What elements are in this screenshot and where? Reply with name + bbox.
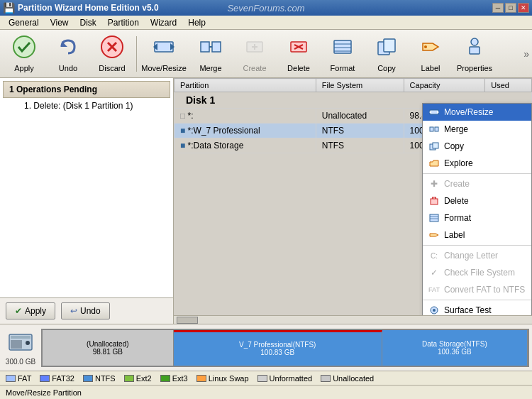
toolbar-more-icon[interactable]: » [523, 48, 529, 60]
menu-bar: General View Disk Partition Wizard Help [0, 16, 532, 30]
toolbar-apply[interactable]: Apply [3, 33, 45, 75]
legend-fat32: FAT32 [40, 374, 74, 383]
partition-fs: NTFS [316, 124, 404, 138]
ctx-delete-icon [428, 195, 440, 207]
legend-fat32-box [40, 375, 50, 382]
apply-button-icon: ✔ [15, 306, 22, 316]
menu-partition[interactable]: Partition [102, 16, 145, 29]
toolbar-merge[interactable]: Merge [189, 33, 232, 75]
legend-ext3-label: Ext3 [172, 374, 188, 383]
left-panel-buttons: ✔ Apply ↩ Undo [0, 297, 173, 324]
ctx-item-change-letter[interactable]: C: Change Letter [423, 247, 531, 264]
window-controls[interactable]: ─ □ ✕ [492, 3, 529, 13]
toolbar-properties[interactable]: Properties [453, 33, 496, 75]
menu-wizard[interactable]: Wizard [145, 16, 182, 29]
discard-toolbar-label: Discard [99, 64, 125, 72]
ctx-label-check-fs: Check File System [444, 268, 515, 278]
legend-unformatted-label: Unformatted [270, 374, 313, 383]
svg-rect-51 [11, 336, 31, 339]
legend-ext2-label: Ext2 [136, 374, 152, 383]
legend-fat: FAT [6, 374, 31, 383]
toolbar-create[interactable]: Create [233, 33, 276, 75]
disk-drive-icon [8, 330, 33, 358]
ctx-label-icon [428, 229, 440, 241]
partition-name: □ *: [174, 109, 316, 124]
maximize-button[interactable]: □ [505, 3, 516, 13]
create-toolbar-label: Create [243, 64, 266, 72]
disk-seg-unallocated[interactable]: (Unallocated) 98.81 GB [43, 330, 174, 366]
move-toolbar-icon [152, 35, 176, 62]
svg-point-0 [13, 36, 35, 58]
toolbar-undo[interactable]: Undo [47, 33, 89, 75]
ctx-item-check-fs[interactable]: ✓ Check File System [423, 264, 531, 281]
legend-fat-label: FAT [18, 374, 31, 383]
ctx-item-copy[interactable]: Copy [423, 138, 531, 155]
disk-seg-w7[interactable]: V_7 Professional(NTFS) 100.83 GB [174, 330, 382, 366]
ctx-label-change-letter: Change Letter [444, 251, 498, 261]
close-button[interactable]: ✕ [518, 3, 529, 13]
ctx-item-format[interactable]: Format [423, 209, 531, 226]
content-wrapper: 1 Operations Pending 1. Delete: (Disk 1 … [0, 78, 532, 399]
svg-rect-9 [212, 42, 221, 52]
ctx-explore-icon [428, 158, 440, 169]
ctx-label-label: Label [444, 230, 465, 240]
label-toolbar-label: Label [421, 64, 440, 72]
disk-seg-data[interactable]: Data Storage(NTFS) 100.36 GB [382, 330, 528, 366]
move-toolbar-label: Move/Resize [141, 64, 187, 72]
apply-button[interactable]: ✔ Apply [6, 302, 55, 319]
partition-fs: NTFS [316, 138, 404, 153]
undo-toolbar-icon [56, 35, 80, 62]
toolbar-copy[interactable]: Copy [365, 33, 408, 75]
window-title: Partition Wizard Home Edition v5.0 [18, 3, 159, 13]
legend-unallocated-box [321, 375, 331, 382]
ctx-item-label[interactable]: Label [423, 226, 531, 244]
legend-linux-swap-box [196, 375, 206, 382]
format-toolbar-label: Format [331, 64, 355, 72]
toolbar-label[interactable]: Label [409, 33, 452, 75]
legend-linux-swap: Linux Swap [196, 374, 249, 383]
svg-point-41 [433, 309, 436, 312]
disk-map[interactable]: (Unallocated) 98.81 GB V_7 Professional(… [41, 329, 529, 367]
menu-general[interactable]: General [3, 16, 45, 29]
status-text: Move/Resize Partition [6, 388, 82, 397]
ctx-format-icon [428, 212, 440, 224]
ctx-item-move-resize[interactable]: Move/Resize [423, 104, 531, 121]
create-toolbar-icon [243, 35, 267, 62]
ctx-create-icon: ✚ [428, 178, 440, 190]
ctx-item-convert[interactable]: FAT Convert FAT to NTFS [423, 281, 531, 298]
svg-point-52 [26, 341, 30, 345]
undo-button[interactable]: ↩ Undo [61, 302, 110, 319]
discard-toolbar-icon [100, 35, 124, 62]
undo-button-label: Undo [80, 306, 101, 316]
disk-map-area: 300.0 GB (Unallocated) 98.81 GB V_7 Prof… [0, 324, 532, 371]
apply-button-label: Apply [25, 306, 46, 316]
legend-ntfs: NTFS [83, 374, 116, 383]
toolbar-delete[interactable]: Delete [277, 33, 320, 75]
ctx-sep-3 [423, 300, 531, 300]
ctx-item-explore[interactable]: Explore [423, 155, 531, 172]
scroll-thumb[interactable] [177, 317, 198, 324]
ctx-item-create[interactable]: ✚ Create [423, 175, 531, 192]
menu-disk[interactable]: Disk [74, 16, 102, 29]
scrollbar-horizontal[interactable] [174, 315, 532, 324]
legend-ntfs-label: NTFS [95, 374, 116, 383]
ctx-item-delete[interactable]: Delete [423, 192, 531, 209]
format-toolbar-icon [331, 35, 355, 62]
seg-w7-label: V_7 Professional(NTFS) [239, 341, 316, 349]
title-bar: 💾 Partition Wizard Home Edition v5.0 Sev… [0, 0, 532, 16]
svg-rect-32 [433, 143, 438, 148]
apply-toolbar-icon [12, 35, 36, 62]
toolbar-format[interactable]: Format [321, 33, 364, 75]
menu-help[interactable]: Help [182, 16, 211, 29]
menu-view[interactable]: View [45, 16, 74, 29]
merge-toolbar-icon [199, 35, 223, 62]
ctx-item-surface-test[interactable]: Surface Test [423, 302, 531, 315]
toolbar-discard[interactable]: Discard [91, 33, 133, 75]
ctx-label-surface-test: Surface Test [444, 305, 491, 315]
toolbar-move-resize[interactable]: Move/Resize [140, 33, 188, 75]
minimize-button[interactable]: ─ [492, 3, 504, 13]
label-toolbar-icon [419, 35, 443, 62]
ctx-item-merge[interactable]: Merge [423, 121, 531, 138]
legend-ext2: Ext2 [124, 374, 152, 383]
toolbar: Apply Undo Discard Move/Resize Merge Cre… [0, 30, 532, 78]
